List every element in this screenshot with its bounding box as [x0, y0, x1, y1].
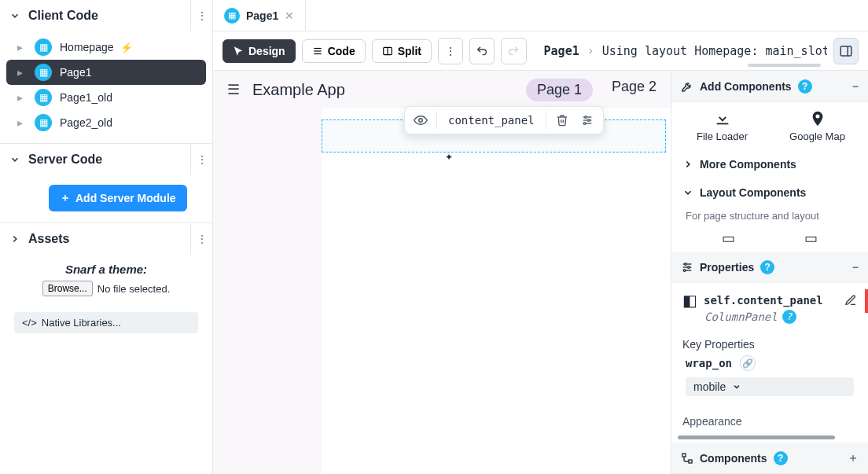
left-sidebar: Client Code ⋮ ▸ ▦ Homepage ⚡ ▸ ▦ Page1 ▸… [0, 0, 213, 474]
sidebar-item-page2-old[interactable]: ▸ ▦ Page2_old [6, 110, 206, 135]
sidebar-item-page1-old[interactable]: ▸ ▦ Page1_old [6, 85, 206, 110]
cursor-icon: ✦ [445, 152, 453, 163]
close-icon[interactable]: ✕ [285, 9, 294, 22]
component-label: Google Map [789, 130, 845, 142]
download-icon [714, 110, 731, 127]
sidebar-item-homepage[interactable]: ▸ ▦ Homepage ⚡ [6, 35, 206, 60]
minus-icon[interactable]: − [852, 80, 859, 93]
svg-point-9 [584, 116, 587, 119]
preview-content-area[interactable]: content_panel ✦ [322, 108, 671, 474]
server-code-menu[interactable]: ⋮ [190, 144, 212, 175]
assets-header[interactable]: Assets [0, 223, 212, 255]
chevron-down-icon [682, 187, 693, 198]
svg-point-15 [685, 263, 687, 265]
form-file-icon: ▦ [35, 39, 52, 56]
minus-icon[interactable]: − [852, 261, 859, 274]
object-browser-button[interactable] [833, 38, 859, 64]
server-code-section: Server Code ⋮ ＋ Add Server Module [0, 144, 212, 223]
help-icon[interactable]: ? [798, 79, 812, 94]
component-glyph-icon: ◧ [682, 291, 697, 310]
client-code-header[interactable]: Client Code [0, 0, 212, 31]
chevron-right-icon [682, 159, 693, 170]
hamburger-icon[interactable]: ☰ [227, 81, 240, 98]
chevron-down-icon [9, 10, 20, 21]
preview-nav: Page 1 Page 2 [526, 79, 657, 101]
svg-point-7 [419, 119, 423, 123]
component-label: File Loader [697, 130, 748, 142]
kp-value-label: mobile [693, 380, 726, 393]
selection-name: content_panel [442, 114, 541, 127]
breadcrumb-root[interactable]: Page1 [544, 44, 579, 58]
breadcrumb: Page1 › Using layout Homepage: main_slot… [544, 44, 827, 58]
split-tab-button[interactable]: Split [372, 39, 432, 63]
chevron-right-icon [9, 233, 20, 244]
component-file-loader[interactable]: File Loader [678, 107, 767, 145]
layout-components-note: For page structure and layout [671, 207, 868, 230]
form-file-icon: ▦ [224, 8, 240, 24]
panel-icon[interactable]: ▭ [804, 230, 818, 247]
nav-link-page2[interactable]: Page 2 [612, 79, 657, 101]
file-tab-label: Page1 [246, 9, 278, 22]
add-server-label: Add Server Module [75, 192, 176, 204]
more-components-toggle[interactable]: More Components [671, 150, 868, 178]
nav-link-page1[interactable]: Page 1 [526, 79, 593, 101]
design-tab-button[interactable]: Design [223, 39, 296, 63]
kp-value-dropdown[interactable]: mobile [686, 377, 854, 396]
key-property-wrap-on: wrap_on 🔗 [671, 355, 868, 371]
help-icon[interactable]: ? [760, 260, 774, 274]
link-icon[interactable]: 🔗 [740, 355, 756, 371]
sidebar-item-page1[interactable]: ▸ ▦ Page1 [6, 60, 206, 85]
server-code-header[interactable]: Server Code [0, 144, 212, 175]
client-code-menu[interactable]: ⋮ [190, 0, 212, 31]
sidebar-item-label: Page1 [60, 66, 91, 79]
help-icon[interactable]: ? [774, 451, 788, 465]
add-components-label: Add Components [700, 80, 792, 93]
divider [436, 112, 437, 129]
svg-point-19 [683, 269, 686, 271]
file-tab-page1[interactable]: ▦ Page1 ✕ [213, 0, 306, 31]
eye-icon[interactable] [410, 109, 432, 131]
key-properties-label: Key Properties [671, 332, 868, 355]
sliders-icon[interactable] [576, 109, 598, 131]
split-label: Split [398, 45, 421, 57]
component-google-map[interactable]: Google Map [773, 107, 862, 145]
add-components-header[interactable]: Add Components ? − [671, 71, 868, 102]
layout-components-toggle[interactable]: Layout Components [671, 178, 868, 207]
pencil-icon[interactable] [844, 294, 857, 307]
theme-title: Snarf a theme: [24, 263, 189, 276]
properties-label: Properties [700, 261, 754, 274]
property-type: ColumnPanel [704, 310, 778, 323]
redo-button[interactable] [501, 38, 526, 64]
svg-rect-5 [840, 46, 851, 56]
components-tree-header[interactable]: Components ? ＋ [671, 443, 868, 474]
sliders-icon [681, 261, 693, 274]
code-label: Code [328, 45, 355, 57]
tree-icon [681, 452, 693, 465]
selected-content-panel[interactable]: content_panel ✦ [322, 119, 666, 152]
undo-button[interactable] [469, 38, 495, 64]
svg-point-13 [583, 123, 586, 125]
property-identity: ◧ self.content_panel ColumnPanel ? [671, 283, 868, 332]
client-code-label: Client Code [28, 9, 98, 23]
assets-menu[interactable]: ⋮ [190, 223, 212, 255]
add-server-module-button[interactable]: ＋ Add Server Module [49, 185, 187, 211]
breadcrumb-rest[interactable]: Using layout Homepage: main_slot [602, 44, 827, 58]
svg-point-11 [587, 119, 590, 122]
plus-icon[interactable]: ＋ [848, 451, 859, 465]
trash-icon[interactable] [551, 109, 573, 131]
properties-scrollbar[interactable] [671, 435, 868, 440]
code-icon: </> [22, 317, 37, 329]
browse-button[interactable]: Browse... [42, 281, 93, 296]
code-tab-button[interactable]: Code [302, 39, 366, 63]
right-panel: Add Components ? − File Loader Google Ma… [671, 71, 868, 474]
native-libraries-button[interactable]: </> Native Libraries... [14, 312, 198, 333]
breadcrumb-scrollbar[interactable] [748, 64, 821, 67]
toolbar-more-button[interactable]: ⋮ [438, 38, 463, 64]
chevron-right-icon: ▸ [17, 91, 23, 104]
properties-header[interactable]: Properties ? − [671, 252, 868, 283]
svg-point-17 [688, 266, 690, 268]
help-icon[interactable]: ? [782, 310, 796, 324]
divider [546, 112, 546, 129]
server-code-label: Server Code [28, 152, 102, 167]
panel-icon[interactable]: ▭ [722, 230, 735, 247]
